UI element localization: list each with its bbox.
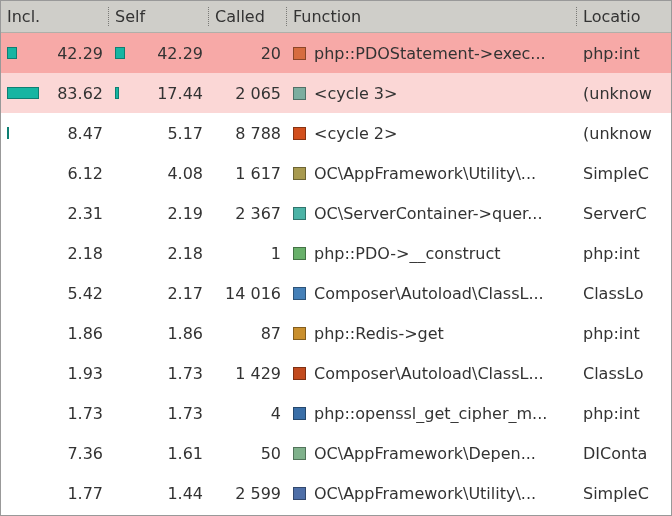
- cell-function: <cycle 2>: [287, 113, 577, 153]
- table-row[interactable]: 1.861.8687php::Redis->getphp:int: [1, 313, 671, 353]
- cell-called: 14 016: [209, 273, 287, 313]
- called-value: 2 367: [235, 204, 281, 223]
- self-bar: [115, 87, 119, 99]
- self-value: 17.44: [157, 84, 203, 103]
- incl-bar: [7, 127, 9, 139]
- called-value: 1: [271, 244, 281, 263]
- cell-self: 5.17: [109, 113, 209, 153]
- cell-location: php:int: [577, 233, 669, 273]
- cell-function: php::Redis->get: [287, 313, 577, 353]
- cell-self: 1.61: [109, 433, 209, 473]
- cell-incl: 1.77: [1, 473, 109, 513]
- table-row[interactable]: 1.931.731 429Composer\Autoload\ClassL...…: [1, 353, 671, 393]
- self-value: 42.29: [157, 44, 203, 63]
- cell-incl: 83.62: [1, 73, 109, 113]
- cell-incl: 7.36: [1, 433, 109, 473]
- function-color-icon: [293, 87, 306, 100]
- cell-self: 1.73: [109, 353, 209, 393]
- function-color-icon: [293, 367, 306, 380]
- table-row[interactable]: 42.2942.2920php::PDOStatement->exec...ph…: [1, 33, 671, 73]
- col-location-label: Locatio: [583, 7, 641, 26]
- incl-value: 5.42: [67, 284, 103, 303]
- cell-location: ClassLo: [577, 353, 669, 393]
- function-color-icon: [293, 47, 306, 60]
- table-row[interactable]: 5.422.1714 016Composer\Autoload\ClassL..…: [1, 273, 671, 313]
- cell-location: (unknow: [577, 73, 669, 113]
- table-row[interactable]: 6.124.081 617OC\AppFramework\Utility\...…: [1, 153, 671, 193]
- called-value: 14 016: [225, 284, 281, 303]
- function-name: php::PDOStatement->exec...: [314, 44, 546, 63]
- table-row[interactable]: 8.475.178 788<cycle 2>(unknow: [1, 113, 671, 153]
- cell-incl: 5.42: [1, 273, 109, 313]
- function-color-icon: [293, 247, 306, 260]
- cell-function: OC\ServerContainer->quer...: [287, 193, 577, 233]
- col-called[interactable]: Called: [209, 1, 287, 32]
- cell-location: php:int: [577, 33, 669, 73]
- cell-self: 2.19: [109, 193, 209, 233]
- function-name: php::PDO->__construct: [314, 244, 501, 263]
- col-incl-label: Incl.: [7, 7, 40, 26]
- cell-location: DIConta: [577, 433, 669, 473]
- self-value: 2.19: [167, 204, 203, 223]
- cell-called: 2 065: [209, 73, 287, 113]
- cell-self: 42.29: [109, 33, 209, 73]
- table-row[interactable]: 1.731.734php::openssl_get_cipher_m...php…: [1, 393, 671, 433]
- function-name: <cycle 3>: [314, 84, 397, 103]
- incl-value: 7.36: [67, 444, 103, 463]
- called-value: 20: [261, 44, 281, 63]
- function-color-icon: [293, 207, 306, 220]
- location-value: ClassLo: [583, 364, 644, 383]
- called-value: 2 599: [235, 484, 281, 503]
- col-function-label: Function: [293, 7, 361, 26]
- location-value: ClassLo: [583, 284, 644, 303]
- cell-self: 1.73: [109, 393, 209, 433]
- location-value: php:int: [583, 44, 640, 63]
- col-incl[interactable]: Incl.: [1, 1, 109, 32]
- cell-function: OC\AppFramework\Depen...: [287, 433, 577, 473]
- location-value: DIConta: [583, 444, 647, 463]
- cell-location: php:int: [577, 393, 669, 433]
- cell-called: 2 599: [209, 473, 287, 513]
- function-color-icon: [293, 407, 306, 420]
- col-function[interactable]: Function: [287, 1, 577, 32]
- incl-value: 1.77: [67, 484, 103, 503]
- location-value: ServerC: [583, 204, 647, 223]
- table-row[interactable]: 7.361.6150OC\AppFramework\Depen...DICont…: [1, 433, 671, 473]
- profiler-table: { "columns": { "incl": "Incl.", "self": …: [0, 0, 672, 516]
- table-row[interactable]: 1.771.442 599OC\AppFramework\Utility\...…: [1, 473, 671, 513]
- table-row[interactable]: 2.182.181php::PDO->__constructphp:int: [1, 233, 671, 273]
- self-value: 1.44: [167, 484, 203, 503]
- table-row[interactable]: 83.6217.442 065<cycle 3>(unknow: [1, 73, 671, 113]
- function-name: php::openssl_get_cipher_m...: [314, 404, 547, 423]
- incl-value: 1.86: [67, 324, 103, 343]
- cell-called: 87: [209, 313, 287, 353]
- cell-function: php::openssl_get_cipher_m...: [287, 393, 577, 433]
- self-value: 1.73: [167, 364, 203, 383]
- cell-function: OC\AppFramework\Utility\...: [287, 473, 577, 513]
- incl-value: 6.12: [67, 164, 103, 183]
- cell-called: 1 429: [209, 353, 287, 393]
- table-body: 42.2942.2920php::PDOStatement->exec...ph…: [1, 33, 671, 515]
- table-row[interactable]: 2.312.192 367OC\ServerContainer->quer...…: [1, 193, 671, 233]
- called-value: 50: [261, 444, 281, 463]
- function-name: OC\AppFramework\Utility\...: [314, 164, 536, 183]
- function-color-icon: [293, 447, 306, 460]
- function-name: OC\AppFramework\Utility\...: [314, 484, 536, 503]
- function-color-icon: [293, 487, 306, 500]
- function-color-icon: [293, 167, 306, 180]
- incl-value: 2.31: [67, 204, 103, 223]
- cell-location: SimpleC: [577, 153, 669, 193]
- cell-called: 20: [209, 33, 287, 73]
- cell-called: 1 617: [209, 153, 287, 193]
- col-location[interactable]: Locatio: [577, 1, 669, 32]
- called-value: 4: [271, 404, 281, 423]
- cell-function: OC\AppFramework\Utility\...: [287, 153, 577, 193]
- location-value: php:int: [583, 244, 640, 263]
- location-value: SimpleC: [583, 484, 649, 503]
- location-value: php:int: [583, 324, 640, 343]
- cell-called: 50: [209, 433, 287, 473]
- cell-location: php:int: [577, 313, 669, 353]
- incl-value: 8.47: [67, 124, 103, 143]
- cell-function: <cycle 3>: [287, 73, 577, 113]
- col-self[interactable]: Self: [109, 1, 209, 32]
